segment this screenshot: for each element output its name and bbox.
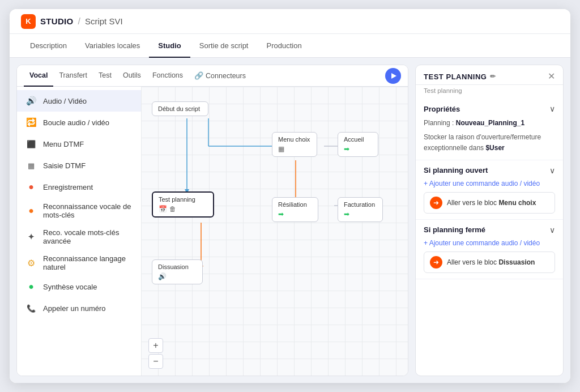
sidebar-item-label: Boucle audio / vidéo (43, 118, 109, 127)
section-proprietes-title: Propriétés (424, 105, 460, 113)
sidebar-item-boucle[interactable]: 🔁 Boucle audio / vidéo (17, 112, 141, 133)
section-si-ouvert-title: Si planning ouvert (424, 166, 488, 174)
section-si-ouvert: Si planning ouvert ∨ + Ajouter une comma… (416, 160, 563, 220)
sidebar-item-saisie-dtmf[interactable]: ▦ Saisie DTMF (17, 155, 141, 176)
saisie-dtmf-icon: ▦ (25, 159, 37, 172)
facturation-arrow-icon: ➡ (344, 210, 349, 218)
right-panel-title: TEST PLANNING ✏ (424, 73, 496, 81)
menu-dtmf-icon: ⬛ (25, 138, 37, 150)
right-panel-header: TEST PLANNING ✏ ✕ (416, 65, 563, 85)
content-area: 🔊 Audio / Vidéo 🔁 Boucle audio / vidéo ⬛… (17, 87, 408, 376)
node-icons: ▦ (278, 145, 311, 153)
node-facturation[interactable]: Facturation ➡ (338, 197, 383, 222)
enregistrement-icon: ● (25, 181, 37, 193)
right-panel-header-area: TEST PLANNING ✏ ✕ Test planning (416, 65, 563, 99)
delete-icon[interactable]: 🗑 (169, 205, 176, 213)
play-button[interactable] (385, 68, 401, 84)
canvas-area[interactable]: Début du script Menu choix ▦ Accueil ➡ (142, 87, 408, 376)
add-audio-ferme-link[interactable]: + Ajouter une commande audio / vidéo (424, 239, 555, 247)
section-si-ferme-title: Si planning fermé (424, 225, 485, 234)
sidebar-item-appeler[interactable]: 📞 Appeler un numéro (17, 297, 141, 319)
section-si-ferme: Si planning fermé ∨ + Ajouter une comman… (416, 220, 563, 279)
audio-video-icon: 🔊 (25, 95, 37, 107)
header-separator: / (78, 16, 80, 27)
chevron-down-icon: ∨ (549, 104, 555, 113)
tool-tab-vocal[interactable]: Vocal (24, 65, 53, 87)
menu-choix-icon: ▦ (278, 145, 284, 153)
resiliation-arrow-icon: ➡ (278, 210, 284, 218)
sidebar-item-label: Reconnaissance vocale de mots-clés (43, 202, 133, 219)
zoom-in-button[interactable]: + (148, 338, 163, 353)
sidebar-item-langage[interactable]: ⚙ Reconnaissance langage naturel (17, 250, 141, 276)
logo-badge: K (21, 14, 36, 29)
chevron-down-icon: ∨ (549, 225, 555, 235)
tab-production[interactable]: Production (257, 34, 310, 58)
canvas-svg (142, 87, 408, 376)
sidebar-item-menu-dtmf[interactable]: ⬛ Menu DTMF (17, 133, 141, 155)
node-test-planning[interactable]: Test planning 📅 🗑 (152, 191, 214, 218)
sidebar-item-synthese[interactable]: ● Synthèse vocale (17, 276, 141, 297)
action-menu-choix-button[interactable]: ➜ Aller vers le bloc Menu choix (424, 192, 555, 214)
zoom-out-button[interactable]: − (148, 354, 163, 369)
add-audio-ouvert-link[interactable]: + Ajouter une commande audio / vidéo (424, 180, 555, 188)
panel-title-text: TEST PLANNING (424, 73, 487, 81)
sidebar-item-enregistrement[interactable]: ● Enregistrement (17, 176, 141, 198)
section-si-ouvert-header[interactable]: Si planning ouvert ∨ (424, 166, 555, 175)
section-si-ferme-header[interactable]: Si planning fermé ∨ (424, 225, 555, 235)
sidebar-item-label: Appeler un numéro (43, 304, 106, 313)
planning-property: Planning : Nouveau_Planning_1 (424, 118, 555, 129)
left-panel: Vocal Transfert Test Outils Fonctions 🔗 … (16, 65, 408, 376)
app-header: K STUDIO / Script SVI (10, 9, 570, 34)
tab-description[interactable]: Description (21, 34, 76, 58)
tool-tab-fonctions[interactable]: Fonctions (147, 65, 189, 87)
sidebar-item-label: Menu DTMF (43, 140, 84, 148)
sidebar-item-recon-vocale[interactable]: ● Reconnaissance vocale de mots-clés (17, 198, 141, 224)
sidebar-item-label: Enregistrement (43, 183, 93, 191)
right-panel: TEST PLANNING ✏ ✕ Test planning Propriét… (415, 65, 564, 376)
sidebar-item-label: Reconnaissance langage naturel (43, 254, 133, 271)
chevron-down-icon: ∨ (549, 166, 555, 175)
section-proprietes: Propriétés ∨ Planning : Nouveau_Planning… (416, 99, 563, 160)
sidebar-item-label: Reco. vocale mots-clés avancée (43, 228, 133, 245)
link-icon: 🔗 (194, 71, 203, 80)
boucle-icon: 🔁 (25, 116, 37, 129)
zoom-controls: + − (148, 338, 163, 369)
edit-icon[interactable]: ✏ (490, 73, 496, 80)
section-proprietes-header[interactable]: Propriétés ∨ (424, 104, 555, 113)
node-resiliation[interactable]: Résiliation ➡ (272, 197, 318, 222)
tab-studio[interactable]: Studio (149, 34, 190, 58)
close-button[interactable]: ✕ (548, 72, 555, 81)
node-icons: 🔊 (158, 272, 197, 280)
synthese-icon: ● (25, 280, 37, 293)
tool-tab-transfert[interactable]: Transfert (53, 65, 93, 87)
tab-variables[interactable]: Variables locales (76, 34, 149, 58)
node-menu-choix[interactable]: Menu choix ▦ (272, 132, 317, 157)
tool-tab-connecteurs[interactable]: 🔗 Connecteurs (189, 71, 251, 80)
right-panel-subtitle: Test planning (416, 85, 563, 99)
node-debut[interactable]: Début du script (152, 101, 208, 116)
dissuasion-audio-icon: 🔊 (158, 272, 167, 280)
app-name: STUDIO (40, 16, 73, 26)
sidebar-item-label: Synthèse vocale (43, 283, 97, 291)
node-dissuasion[interactable]: Dissuasion 🔊 (152, 259, 203, 284)
app-window: K STUDIO / Script SVI Description Variab… (10, 9, 570, 383)
sidebar-item-audio-video[interactable]: 🔊 Audio / Vidéo (17, 90, 141, 112)
action-dissuasion-button[interactable]: ➜ Aller vers le bloc Dissuasion (424, 252, 555, 273)
node-icons: ➡ (344, 145, 372, 153)
tool-tab-test[interactable]: Test (93, 65, 117, 87)
node-icons: ➡ (344, 210, 377, 218)
action-arrow-icon: ➜ (430, 256, 442, 269)
sidebar-list: 🔊 Audio / Vidéo 🔁 Boucle audio / vidéo ⬛… (17, 87, 142, 376)
nav-tabs: Description Variables locales Studio Sor… (10, 34, 570, 58)
tab-sortie[interactable]: Sortie de script (190, 34, 258, 58)
tool-tab-outils[interactable]: Outils (117, 65, 147, 87)
recon-vocale-icon: ● (25, 204, 37, 217)
langage-icon: ⚙ (25, 257, 37, 269)
node-icons: 📅 🗑 (159, 205, 207, 213)
page-title: Script SVI (85, 16, 123, 26)
appeler-icon: 📞 (25, 302, 37, 314)
node-accueil[interactable]: Accueil ➡ (338, 132, 378, 157)
sidebar-item-reco-avancee[interactable]: ✦ Reco. vocale mots-clés avancée (17, 224, 141, 250)
sidebar-item-label: Audio / Vidéo (43, 97, 87, 105)
planning-description: Stocker la raison d'ouverture/fermeture … (424, 132, 555, 154)
